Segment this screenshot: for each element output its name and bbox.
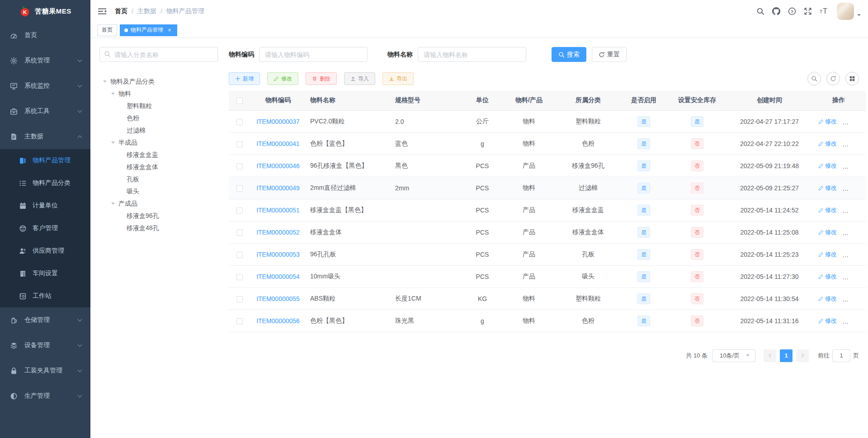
export-button[interactable]: 导出	[382, 72, 414, 85]
select-all-checkbox[interactable]	[236, 98, 243, 104]
close-icon[interactable]: ×	[166, 27, 173, 33]
tree-node[interactable]: 吸头	[99, 185, 218, 198]
material-code-link[interactable]: ITEM00000054	[256, 273, 300, 280]
sidebar-item-workshop-settings[interactable]: 车间设置	[0, 262, 90, 285]
tree-node[interactable]: 色粉	[99, 112, 218, 124]
github-icon[interactable]	[772, 7, 780, 15]
sidebar-item-warehouse-management[interactable]: 仓储管理	[0, 307, 90, 333]
row-checkbox[interactable]	[236, 119, 243, 125]
caret-down-icon[interactable]	[103, 80, 110, 83]
show-search-button[interactable]	[807, 72, 821, 85]
row-checkbox[interactable]	[236, 274, 243, 280]
page-size-select[interactable]: 10条/页	[712, 349, 755, 362]
material-code-link[interactable]: ITEM00000049	[256, 184, 300, 192]
row-checkbox[interactable]	[236, 141, 243, 147]
tree-node[interactable]: 移液盒96孔	[99, 210, 218, 222]
caret-down-icon[interactable]	[111, 141, 118, 144]
tree-node[interactable]: 孔板	[99, 173, 218, 185]
reset-button[interactable]: 重置	[592, 47, 627, 62]
row-edit-link[interactable]: 修改	[818, 317, 837, 325]
tree-node[interactable]: 半成品	[99, 137, 218, 149]
row-edit-link[interactable]: 修改	[818, 273, 837, 281]
sidebar-item-master-data[interactable]: 主数据	[0, 124, 90, 149]
material-code-link[interactable]: ITEM00000056	[256, 317, 300, 325]
fullscreen-icon[interactable]	[804, 7, 812, 15]
sidebar-item-material-product-management[interactable]: 物料产品管理	[0, 149, 90, 172]
tree-node[interactable]: 移液盒盒盖	[99, 149, 218, 161]
row-edit-link[interactable]: 修改	[818, 206, 837, 214]
sidebar-item-workstation[interactable]: 工作站	[0, 285, 90, 307]
breadcrumb-home-link[interactable]: 首页	[115, 7, 127, 15]
material-code-link[interactable]: ITEM00000046	[256, 162, 300, 170]
material-code-link[interactable]: ITEM00000037	[256, 118, 300, 125]
sidebar-item-equipment-management[interactable]: 设备管理	[0, 333, 90, 358]
material-code-link[interactable]: ITEM00000052	[256, 229, 300, 236]
import-button[interactable]: 导入	[344, 72, 375, 85]
sidebar-item-system-management[interactable]: 系统管理	[0, 48, 90, 73]
caret-down-icon[interactable]	[111, 93, 118, 95]
delete-button[interactable]: 删除	[306, 72, 337, 85]
row-edit-link[interactable]: 修改	[818, 140, 837, 148]
tree-node[interactable]: 物料	[99, 88, 218, 100]
caret-down-icon[interactable]	[857, 14, 861, 16]
sidebar-item-supplier-management[interactable]: 供应商管理	[0, 240, 90, 262]
row-edit-link[interactable]: 修改	[818, 228, 837, 236]
goto-page-input[interactable]	[832, 349, 850, 362]
edit-button[interactable]: 修改	[267, 72, 298, 85]
material-code-link[interactable]: ITEM00000051	[256, 207, 300, 214]
document-icon	[10, 133, 18, 141]
sidebar-item-material-product-category[interactable]: 物料产品分类	[0, 172, 90, 194]
tab-material-product-management[interactable]: 物料产品管理×	[120, 24, 177, 36]
material-code-link[interactable]: ITEM00000055	[256, 295, 300, 302]
safety-stock-badge: 否	[691, 293, 703, 304]
row-edit-link[interactable]: 修改	[818, 184, 837, 192]
sidebar-item-measurement-unit[interactable]: 计量单位	[0, 194, 90, 217]
row-edit-link[interactable]: 修改	[818, 295, 837, 303]
row-checkbox[interactable]	[236, 185, 243, 192]
search-icon[interactable]	[756, 7, 764, 15]
tree-node[interactable]: 产成品	[99, 198, 218, 210]
row-edit-link[interactable]: 修改	[818, 118, 837, 126]
prev-page-button[interactable]	[764, 349, 776, 362]
row-checkbox[interactable]	[236, 207, 243, 214]
sidebar-item-fixture-management[interactable]: 工装夹具管理	[0, 358, 90, 383]
add-button[interactable]: 新增	[229, 72, 260, 85]
row-checkbox[interactable]	[236, 318, 243, 325]
sidebar-item-production-management[interactable]: 生产管理	[0, 383, 90, 409]
sidebar-item-customer-management[interactable]: 客户管理	[0, 217, 90, 240]
row-edit-link[interactable]: 修改	[818, 250, 837, 259]
tab-home[interactable]: 首页	[97, 24, 117, 36]
refresh-table-button[interactable]	[826, 72, 840, 85]
sidebar-item-system-monitoring[interactable]: 系统监控	[0, 73, 90, 99]
tree-node[interactable]: 移液盒48孔	[99, 222, 218, 234]
row-edit-link[interactable]: 修改	[818, 162, 837, 170]
tree-node[interactable]: 物料及产品分类	[99, 75, 218, 88]
help-icon[interactable]: ?	[788, 7, 796, 15]
row-checkbox[interactable]	[236, 230, 243, 236]
sidebar-collapse-icon[interactable]	[98, 7, 107, 15]
safety-stock-badge-cell: 否	[666, 221, 728, 243]
column-settings-button[interactable]	[845, 72, 859, 85]
tree-node[interactable]: 移液盒盒体	[99, 161, 218, 173]
search-button[interactable]: 搜索	[552, 47, 586, 62]
material-code-link[interactable]: ITEM00000053	[256, 251, 300, 258]
category-search-input[interactable]	[99, 47, 218, 62]
caret-down-icon[interactable]	[111, 203, 118, 205]
row-checkbox[interactable]	[236, 252, 243, 258]
material-code-input[interactable]	[259, 47, 368, 62]
sidebar-item-home[interactable]: 首页	[0, 23, 90, 48]
tree-node[interactable]: 塑料颗粒	[99, 100, 218, 112]
app-logo[interactable]: K 苦糖果MES	[0, 0, 90, 23]
avatar[interactable]	[837, 3, 854, 20]
type-cell: 产品	[503, 221, 555, 243]
tree-node[interactable]: 过滤棉	[99, 124, 218, 137]
next-page-button[interactable]	[796, 349, 809, 362]
row-checkbox[interactable]	[236, 163, 243, 170]
page-number-button[interactable]: 1	[780, 349, 793, 362]
breadcrumb-master-data-link[interactable]: 主数据	[137, 7, 156, 15]
sidebar-item-system-tools[interactable]: 系统工具	[0, 99, 90, 124]
material-code-link[interactable]: ITEM00000041	[256, 140, 300, 147]
row-checkbox[interactable]	[236, 296, 243, 302]
font-size-icon[interactable]: TT	[820, 7, 828, 15]
material-name-input[interactable]	[418, 47, 526, 62]
